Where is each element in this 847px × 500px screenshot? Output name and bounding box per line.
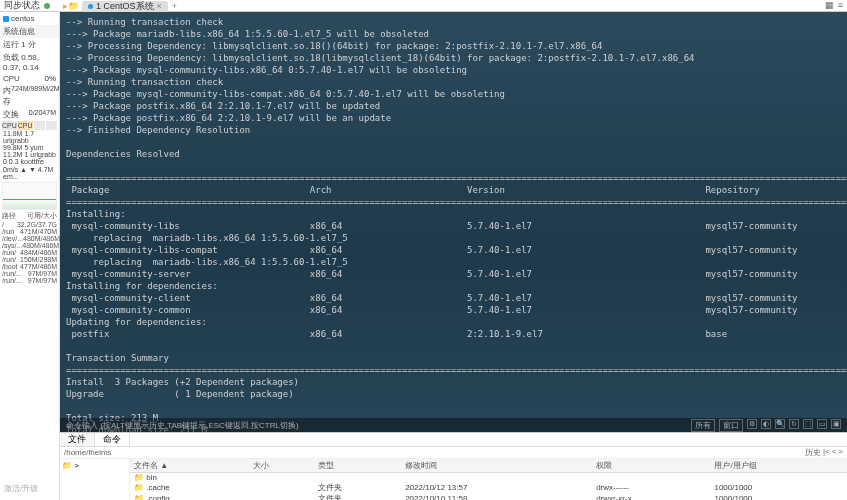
- col-header[interactable]: 用户/用户组: [710, 459, 847, 473]
- col-header[interactable]: 修改时间: [401, 459, 592, 473]
- tool-icon-2[interactable]: ◐: [761, 419, 771, 429]
- cpu-row: CPU0%: [0, 73, 59, 84]
- tool-icon-5[interactable]: ⬚: [803, 419, 813, 429]
- tool-icon-7[interactable]: ▣: [831, 419, 841, 429]
- tab-bar: ▸📁 1 CentOS系统 × +: [60, 0, 181, 12]
- host-name: centos: [11, 14, 35, 23]
- status-dot-icon: [44, 3, 50, 9]
- disk-row: /sys/...480M/486M: [0, 242, 59, 249]
- nav-first[interactable]: |<: [823, 447, 830, 458]
- nav-next[interactable]: >: [838, 447, 843, 458]
- proc-3: 11.2M 1 urlgrabb: [0, 151, 59, 158]
- cpu-cells: CPU CPU: [0, 121, 59, 130]
- tab-centos[interactable]: 1 CentOS系统 ×: [82, 1, 168, 12]
- menu-icon[interactable]: ≡: [838, 0, 843, 10]
- grid-icon[interactable]: ▦: [825, 0, 834, 10]
- proc-2: 99.8M 5 yum: [0, 144, 59, 151]
- disk-row: /32.2G/37.7G: [0, 221, 59, 228]
- uptime: 运行 1 分: [0, 38, 59, 51]
- host-icon: [3, 16, 9, 22]
- activate-text: 激活/升级: [4, 483, 38, 494]
- disk-row: /run471M/470M: [0, 228, 59, 235]
- history-label[interactable]: 历史: [805, 447, 821, 458]
- file-panel: 文件 命令 /home/lheims 历史 |< < > 📁 > 文件名 ▲大小…: [60, 432, 847, 500]
- swap-row: 交换0/2047M: [0, 108, 59, 121]
- folder-icon[interactable]: ▸📁: [60, 1, 82, 11]
- tab-label: 1 CentOS系统: [96, 0, 154, 13]
- path-text: /home/lheims: [64, 448, 112, 457]
- title-bar: 同步状态 ▸📁 1 CentOS系统 × + ▦ ≡: [0, 0, 847, 12]
- net-row: 0m/s ▲ ▼ 4.7M em...: [0, 165, 59, 181]
- tab-commands[interactable]: 命令: [95, 433, 130, 446]
- sysinfo-header[interactable]: 系统信息: [0, 25, 59, 38]
- host-dot-icon: [88, 4, 93, 9]
- col-header[interactable]: 类型: [314, 459, 401, 473]
- tool-icon-1[interactable]: ⚙: [747, 419, 757, 429]
- command-bar: 命令输入 (按ALT键显示历史,TAB键提示,ESC键返回,按CTRL切换) 所…: [60, 418, 847, 432]
- mem-row: 内存724M/989M/2M: [0, 84, 59, 108]
- folder-tree[interactable]: 📁 >: [60, 459, 130, 500]
- hint-text: 命令输入 (按ALT键显示历史,TAB键提示,ESC键返回,按CTRL切换): [66, 420, 299, 431]
- net-graph: [2, 182, 57, 210]
- search-icon[interactable]: 🔍: [775, 419, 785, 429]
- proc-4: 0 0.3 koottfre: [0, 158, 59, 165]
- tab-files[interactable]: 文件: [60, 433, 95, 446]
- sidebar: centos 系统信息 运行 1 分 负载 0.58, 0.37, 0.14 C…: [0, 12, 60, 500]
- disk-row: /run/484M/486M: [0, 249, 59, 256]
- btn-window[interactable]: 窗口: [719, 419, 743, 432]
- disk-row: /run/150M/298M: [0, 256, 59, 263]
- disk-row: /run/...97M/97M: [0, 270, 59, 277]
- disk-header: 路径可用/大小: [0, 211, 59, 221]
- disk-row: /dev/...480M/486M: [0, 235, 59, 242]
- load: 负载 0.58, 0.37, 0.14: [0, 51, 59, 73]
- btn-all[interactable]: 所有: [691, 419, 715, 432]
- disk-row: /boot477M/486M: [0, 263, 59, 270]
- watermark: CSDN @小衿不想撸代码: [739, 473, 839, 486]
- toolbar: 所有 窗口 ⚙ ◐ 🔍 ↻ ⬚ ▭ ▣: [691, 419, 841, 432]
- host-item[interactable]: centos: [0, 12, 59, 25]
- proc-1: 11.8M 1.7 urlgrabb: [0, 130, 59, 144]
- col-header[interactable]: 文件名 ▲: [130, 459, 249, 473]
- sync-label: 同步状态: [4, 0, 40, 12]
- col-header[interactable]: 权限: [592, 459, 710, 473]
- col-header[interactable]: 大小: [249, 459, 314, 473]
- close-icon[interactable]: ×: [157, 1, 162, 11]
- tool-icon-6[interactable]: ▭: [817, 419, 827, 429]
- table-row[interactable]: 📁 .config文件夹2022/10/10 11:58drwxr-xr-x10…: [130, 493, 847, 500]
- nav-prev[interactable]: <: [832, 447, 837, 458]
- tool-icon-4[interactable]: ↻: [789, 419, 799, 429]
- folder-icon[interactable]: 📁: [62, 461, 72, 470]
- disk-row: /run/...97M/97M: [0, 277, 59, 284]
- add-tab-button[interactable]: +: [168, 1, 181, 11]
